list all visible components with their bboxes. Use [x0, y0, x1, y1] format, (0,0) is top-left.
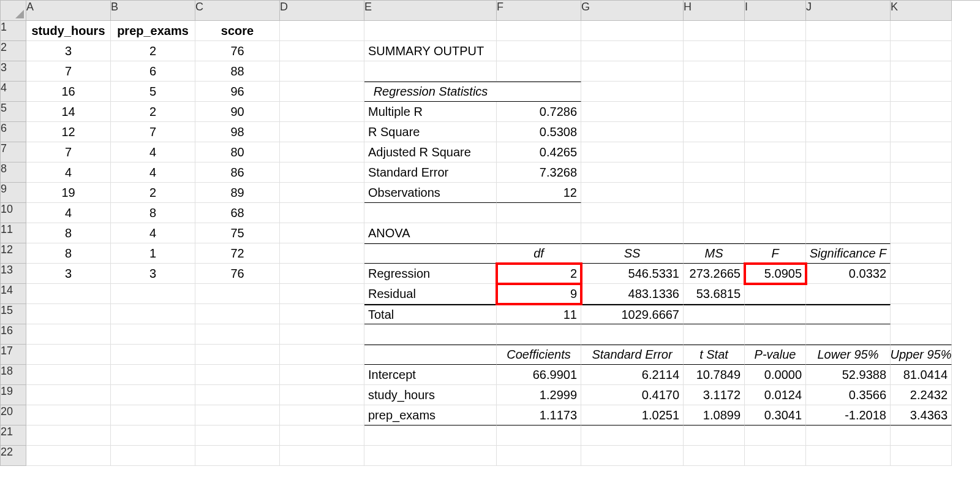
- cell-C11[interactable]: 75: [195, 223, 280, 243]
- cell-J11[interactable]: [806, 223, 891, 243]
- cell-B21[interactable]: [111, 425, 195, 446]
- cell-C1[interactable]: score: [195, 21, 280, 41]
- cell-A9[interactable]: 19: [26, 183, 111, 203]
- cell-E8[interactable]: Standard Error: [364, 162, 497, 183]
- row-header-16[interactable]: 16: [1, 324, 26, 345]
- cell-F3[interactable]: [497, 61, 581, 82]
- cell-K21[interactable]: [891, 425, 952, 446]
- row-header-11[interactable]: 11: [1, 223, 26, 243]
- cell-B13[interactable]: 3: [111, 264, 195, 284]
- cell-K19[interactable]: 2.2432: [891, 385, 952, 405]
- cell-G17[interactable]: Standard Error: [581, 345, 684, 365]
- cell-E21[interactable]: [364, 425, 497, 446]
- cell-F9[interactable]: 12: [497, 183, 581, 203]
- cell-E19[interactable]: study_hours: [364, 385, 497, 405]
- cell-D21[interactable]: [280, 425, 364, 446]
- cell-H3[interactable]: [684, 61, 745, 82]
- cell-J5[interactable]: [806, 102, 891, 122]
- row-header-14[interactable]: 14: [1, 284, 26, 304]
- row-header-6[interactable]: 6: [1, 122, 26, 142]
- cell-K12[interactable]: [891, 243, 952, 264]
- cell-A14[interactable]: [26, 284, 111, 304]
- row-header-17[interactable]: 17: [1, 345, 26, 365]
- cell-J17[interactable]: Lower 95%: [806, 345, 891, 365]
- cell-J4[interactable]: [806, 82, 891, 102]
- cell-B5[interactable]: 2: [111, 102, 195, 122]
- cell-C13[interactable]: 76: [195, 264, 280, 284]
- cell-B22[interactable]: [111, 446, 195, 466]
- cell-G20[interactable]: 1.0251: [581, 405, 684, 425]
- cell-K11[interactable]: [891, 223, 952, 243]
- cell-C14[interactable]: [195, 284, 280, 304]
- cell-C10[interactable]: 68: [195, 203, 280, 223]
- cell-A15[interactable]: [26, 304, 111, 324]
- row-header-7[interactable]: 7: [1, 142, 26, 162]
- cell-J7[interactable]: [806, 142, 891, 162]
- cell-D3[interactable]: [280, 61, 364, 82]
- cell-B10[interactable]: 8: [111, 203, 195, 223]
- cell-C12[interactable]: 72: [195, 243, 280, 264]
- row-header-4[interactable]: 4: [1, 82, 26, 102]
- cell-D18[interactable]: [280, 365, 364, 385]
- cell-K6[interactable]: [891, 122, 952, 142]
- cell-H6[interactable]: [684, 122, 745, 142]
- row-header-1[interactable]: 1: [1, 21, 26, 41]
- cell-F1[interactable]: [497, 21, 581, 41]
- cell-A4[interactable]: 16: [26, 82, 111, 102]
- cell-H12[interactable]: MS: [684, 243, 745, 264]
- cell-K20[interactable]: 3.4363: [891, 405, 952, 425]
- cell-H13[interactable]: 273.2665: [684, 264, 745, 284]
- cell-B17[interactable]: [111, 345, 195, 365]
- row-header-2[interactable]: 2: [1, 41, 26, 61]
- cell-F6[interactable]: 0.5308: [497, 122, 581, 142]
- col-header-K[interactable]: K: [891, 1, 952, 21]
- cell-D19[interactable]: [280, 385, 364, 405]
- cell-E9[interactable]: Observations: [364, 183, 497, 203]
- cell-A21[interactable]: [26, 425, 111, 446]
- cell-A18[interactable]: [26, 365, 111, 385]
- cell-H14[interactable]: 53.6815: [684, 284, 745, 304]
- cell-I6[interactable]: [745, 122, 806, 142]
- cell-B3[interactable]: 6: [111, 61, 195, 82]
- cell-H17[interactable]: t Stat: [684, 345, 745, 365]
- cell-F21[interactable]: [497, 425, 581, 446]
- cell-A6[interactable]: 12: [26, 122, 111, 142]
- cell-H2[interactable]: [684, 41, 745, 61]
- cell-I2[interactable]: [745, 41, 806, 61]
- cell-I15[interactable]: [745, 304, 806, 324]
- cell-E2[interactable]: SUMMARY OUTPUT: [364, 41, 497, 61]
- cell-H11[interactable]: [684, 223, 745, 243]
- col-header-H[interactable]: H: [684, 1, 745, 21]
- cell-G13[interactable]: 546.5331: [581, 264, 684, 284]
- row-header-18[interactable]: 18: [1, 365, 26, 385]
- cell-A8[interactable]: 4: [26, 162, 111, 183]
- cell-J10[interactable]: [806, 203, 891, 223]
- row-header-20[interactable]: 20: [1, 405, 26, 425]
- cell-D17[interactable]: [280, 345, 364, 365]
- cell-E18[interactable]: Intercept: [364, 365, 497, 385]
- cell-J18[interactable]: 52.9388: [806, 365, 891, 385]
- cell-I12[interactable]: F: [745, 243, 806, 264]
- cell-K14[interactable]: [891, 284, 952, 304]
- cell-B18[interactable]: [111, 365, 195, 385]
- cell-H9[interactable]: [684, 183, 745, 203]
- cell-G9[interactable]: [581, 183, 684, 203]
- cell-E20[interactable]: prep_exams: [364, 405, 497, 425]
- cell-F2[interactable]: [497, 41, 581, 61]
- cell-C7[interactable]: 80: [195, 142, 280, 162]
- cell-I11[interactable]: [745, 223, 806, 243]
- cell-B4[interactable]: 5: [111, 82, 195, 102]
- cell-H4[interactable]: [684, 82, 745, 102]
- cell-A16[interactable]: [26, 324, 111, 345]
- cell-E6[interactable]: R Square: [364, 122, 497, 142]
- cell-G3[interactable]: [581, 61, 684, 82]
- select-all-button[interactable]: [1, 1, 26, 21]
- cell-J20[interactable]: -1.2018: [806, 405, 891, 425]
- cell-C9[interactable]: 89: [195, 183, 280, 203]
- col-header-D[interactable]: D: [280, 1, 364, 21]
- cell-C17[interactable]: [195, 345, 280, 365]
- cell-B9[interactable]: 2: [111, 183, 195, 203]
- cell-I14[interactable]: [745, 284, 806, 304]
- cell-A17[interactable]: [26, 345, 111, 365]
- cell-J9[interactable]: [806, 183, 891, 203]
